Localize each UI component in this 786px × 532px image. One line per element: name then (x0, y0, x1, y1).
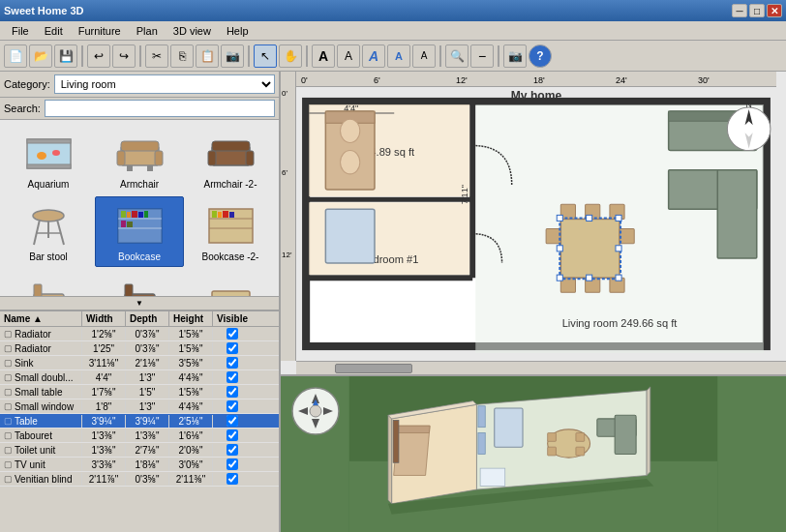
new-button[interactable]: 📄 (4, 44, 27, 68)
svg-rect-39 (34, 284, 42, 297)
table-row[interactable]: Venitian blind 2'11⅞" 0'3⅝" 2'11⅜" (0, 472, 279, 487)
text-button[interactable]: A (362, 44, 385, 68)
visible-checkbox[interactable] (227, 357, 238, 369)
menu-plan[interactable]: Plan (129, 23, 166, 39)
scrollbar-horizontal[interactable] (296, 361, 786, 374)
text-style-button[interactable]: A (387, 44, 410, 68)
row-visible[interactable] (213, 370, 252, 384)
row-visible[interactable] (213, 414, 252, 428)
pan-button[interactable]: ✋ (279, 44, 302, 68)
zoom-out-plan-button[interactable]: − (470, 44, 494, 68)
furniture-item-chair2[interactable]: Chair -2- (95, 269, 184, 296)
col-depth[interactable]: Depth (126, 311, 169, 326)
visible-checkbox[interactable] (227, 415, 238, 427)
visible-checkbox[interactable] (227, 429, 238, 441)
import-button[interactable]: 📷 (503, 44, 527, 68)
svg-rect-7 (155, 151, 163, 165)
row-name: Tabouret (0, 429, 82, 442)
row-visible[interactable] (213, 341, 252, 355)
menu-file[interactable]: File (4, 23, 37, 39)
toolbar: 📄 📂 💾 ↩ ↪ ✂ ⎘ 📋 📷 ↖ ✋ A A A A A 🔍 − 📷 ? (0, 41, 786, 72)
table-row[interactable]: Sink 3'11⅛" 2'1⅛" 3'5⅜" (0, 356, 279, 370)
props-header: Name ▲ Width Depth Height Visible (0, 311, 279, 327)
furniture-item-chair[interactable]: Chair (4, 269, 93, 296)
table-row[interactable]: Tabouret 1'3⅜" 1'3⅜" 1'6⅛" (0, 429, 279, 443)
visible-checkbox[interactable] (227, 328, 238, 340)
table-row[interactable]: Radiator 1'2⅝" 0'3⅞" 1'5⅜" (0, 327, 279, 341)
row-height: 1'6⅛" (169, 429, 213, 442)
category-select[interactable]: Living room Bedroom Kitchen Bathroom (54, 74, 275, 94)
row-depth: 1'5" (126, 386, 169, 399)
row-visible[interactable] (213, 443, 252, 457)
row-visible[interactable] (213, 385, 252, 399)
furniture-item-barstool[interactable]: Bar stool (4, 196, 93, 267)
visible-checkbox[interactable] (227, 386, 238, 398)
camera-button[interactable]: 📷 (221, 44, 244, 68)
row-visible[interactable] (213, 356, 252, 369)
save-button[interactable]: 💾 (54, 44, 77, 68)
table-row-selected[interactable]: Table 3'9¼" 3'9¼" 2'5⅛" (0, 414, 279, 429)
row-visible[interactable] (213, 327, 252, 340)
svg-rect-115 (478, 406, 485, 428)
table-row[interactable]: Toilet unit 1'3⅜" 2'7⅛" 2'0⅜" (0, 443, 279, 458)
row-name: Radiator (0, 328, 82, 340)
col-width[interactable]: Width (82, 311, 126, 326)
svg-text:7'11": 7'11" (460, 185, 469, 204)
col-visible[interactable]: Visible (213, 311, 252, 326)
undo-button[interactable]: ↩ (87, 44, 110, 68)
table-row[interactable]: Small doubl... 4'4" 1'3" 4'4⅜" (0, 370, 279, 385)
menu-edit[interactable]: Edit (37, 23, 71, 39)
row-visible[interactable] (213, 399, 252, 413)
table-row[interactable]: Radiator 1'25" 0'3⅞" 1'5⅜" (0, 341, 279, 356)
open-button[interactable]: 📂 (29, 44, 52, 68)
svg-rect-76 (546, 229, 560, 244)
separator-5 (439, 45, 441, 67)
paste-button[interactable]: 📋 (196, 44, 219, 68)
text-size-button[interactable]: A (412, 44, 436, 68)
ruler-top: 0' 6' 12' 18' 24' 30' (296, 72, 776, 87)
search-input[interactable] (45, 100, 275, 117)
col-name[interactable]: Name ▲ (0, 311, 82, 326)
close-button[interactable]: ✕ (767, 4, 782, 17)
visible-checkbox[interactable] (227, 444, 238, 456)
visible-checkbox[interactable] (227, 371, 238, 383)
furniture-item-bookcase[interactable]: Bookcase (95, 196, 184, 267)
svg-rect-109 (548, 433, 557, 442)
zoom-in-button[interactable]: A (312, 44, 335, 68)
furniture-item-armchair[interactable]: Armchair (95, 124, 184, 194)
furniture-item-armchair2[interactable]: Armchair -2- (186, 124, 275, 194)
floor-plan-canvas[interactable]: 84.89 sq ft Bedroom #1 Living room 249.6… (296, 87, 776, 361)
col-height[interactable]: Height (169, 311, 213, 326)
view-3d (281, 376, 786, 532)
furniture-item-bookcase2[interactable]: Bookcase -2- (186, 196, 275, 267)
visible-checkbox[interactable] (227, 400, 238, 412)
grid-scroll-down[interactable]: ▼ (0, 296, 279, 310)
table-row[interactable]: TV unit 3'3⅜" 1'8⅛" 3'0⅝" (0, 458, 279, 472)
armchair-label: Armchair (120, 179, 159, 190)
svg-rect-119 (480, 468, 505, 486)
visible-checkbox[interactable] (227, 458, 238, 470)
furniture-item-coffeetable[interactable]: Coffee table (186, 269, 275, 296)
row-height: 3'5⅜" (169, 357, 213, 369)
zoom-in-plan-button[interactable]: 🔍 (445, 44, 469, 68)
visible-checkbox[interactable] (227, 473, 238, 485)
visible-checkbox[interactable] (227, 342, 238, 354)
menu-furniture[interactable]: Furniture (71, 23, 129, 39)
row-visible[interactable] (213, 429, 252, 442)
help-icon-button[interactable]: ? (529, 44, 552, 68)
furniture-item-aquarium[interactable]: Aquarium (4, 124, 93, 194)
redo-button[interactable]: ↪ (112, 44, 136, 68)
menu-3dview[interactable]: 3D view (166, 23, 219, 39)
cut-button[interactable]: ✂ (145, 44, 168, 68)
zoom-out-button[interactable]: A (337, 44, 360, 68)
row-visible[interactable] (213, 458, 252, 471)
row-visible[interactable] (213, 472, 252, 486)
menu-help[interactable]: Help (219, 23, 257, 39)
copy-button[interactable]: ⎘ (170, 44, 194, 68)
table-row[interactable]: Small table 1'7⅝" 1'5" 1'5⅜" (0, 385, 279, 399)
maximize-button[interactable]: □ (749, 4, 765, 17)
table-row[interactable]: Small window 1'8" 1'3" 4'4⅜" (0, 399, 279, 414)
minimize-button[interactable]: ─ (732, 4, 747, 17)
select-button[interactable]: ↖ (254, 44, 277, 68)
scrollbar-thumb-h[interactable] (335, 364, 412, 373)
